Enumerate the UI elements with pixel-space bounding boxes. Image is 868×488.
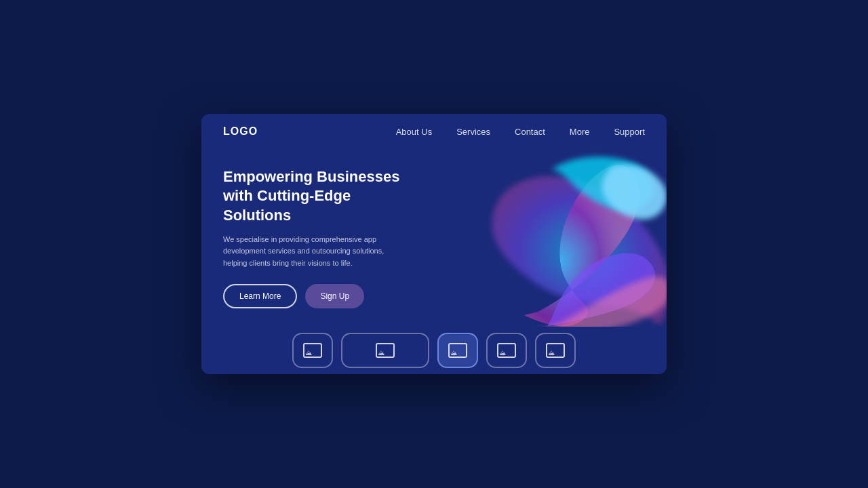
nav-item-about[interactable]: About Us — [396, 125, 432, 138]
nav-links: About Us Services Contact More Support — [396, 125, 645, 138]
browser-window: LOGO About Us Services Contact More Supp… — [201, 114, 667, 374]
logo: LOGO — [223, 125, 258, 138]
navbar: LOGO About Us Services Contact More Supp… — [201, 114, 667, 149]
nav-link-more[interactable]: More — [570, 127, 590, 137]
image-icon-3 — [448, 343, 467, 358]
hero-title: Empowering Businesses with Cutting-Edge … — [223, 167, 417, 226]
nav-item-support[interactable]: Support — [614, 125, 645, 138]
image-icon-5 — [546, 343, 565, 358]
learn-more-button[interactable]: Learn More — [223, 284, 297, 308]
nav-link-contact[interactable]: Contact — [515, 127, 545, 137]
nav-item-services[interactable]: Services — [456, 125, 490, 138]
card-2[interactable] — [341, 333, 429, 368]
nav-item-contact[interactable]: Contact — [515, 125, 545, 138]
card-5[interactable] — [535, 333, 576, 368]
hero-content: Empowering Businesses with Cutting-Edge … — [201, 167, 439, 309]
hero-visual — [402, 149, 667, 327]
hero-buttons: Learn More Sign Up — [223, 284, 417, 308]
image-icon-2 — [376, 343, 395, 358]
nav-item-more[interactable]: More — [570, 125, 590, 138]
card-1[interactable] — [292, 333, 333, 368]
hero-subtitle: We specialise in providing comprehensive… — [223, 234, 386, 270]
bottom-cards — [201, 327, 667, 374]
nav-link-services[interactable]: Services — [456, 127, 490, 137]
sign-up-button[interactable]: Sign Up — [305, 284, 364, 308]
nav-link-about[interactable]: About Us — [396, 127, 432, 137]
image-icon-1 — [303, 343, 322, 358]
card-4[interactable] — [486, 333, 527, 368]
hero-section: Empowering Businesses with Cutting-Edge … — [201, 149, 667, 327]
image-icon-4 — [497, 343, 516, 358]
nav-link-support[interactable]: Support — [614, 127, 645, 137]
card-3[interactable] — [437, 333, 478, 368]
